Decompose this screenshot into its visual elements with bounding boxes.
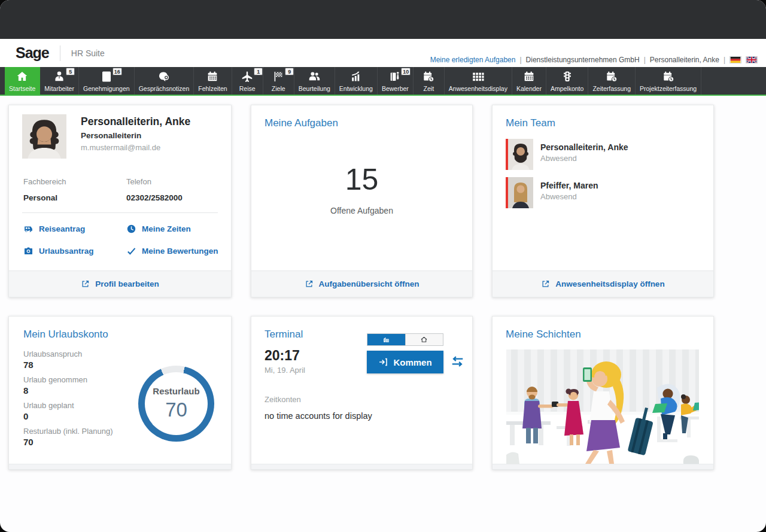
app-header: Sage HR Suite Meine erledigten Aufgaben …: [0, 39, 766, 67]
calendar-clock-icon: [422, 69, 435, 84]
nav-badge: 1: [254, 68, 263, 75]
nav-item-ziele[interactable]: 9 Ziele: [263, 67, 294, 95]
header-separator: |: [724, 56, 725, 64]
home-toggle-button[interactable]: [405, 334, 443, 345]
clock-in-label: Kommen: [393, 357, 431, 367]
header-separator: |: [519, 56, 521, 64]
calendar-icon: [206, 69, 219, 84]
field-value: 02302/2582000: [126, 193, 183, 202]
home-icon: [16, 69, 29, 84]
my-times-link[interactable]: Meine Zeiten: [126, 224, 191, 234]
vacation-stats: Urlaubsanspruch78 Urlaub genommen8 Urlau…: [23, 349, 113, 452]
nav-label: Genehmigungen: [83, 85, 130, 92]
nav-item-startseite[interactable]: Startseite: [5, 67, 40, 95]
brand-divider: [60, 45, 60, 61]
vacation-card: Mein Urlaubskonto Urlaubsanspruch78 Urla…: [8, 316, 232, 470]
calendar-icon: [522, 69, 536, 84]
card-bottom-strip: [493, 464, 713, 469]
team-member-row[interactable]: Personalleiterin, Anke Abwesend: [506, 139, 628, 170]
person-icon: 5: [53, 69, 66, 84]
nav-item-bewerber[interactable]: 10 Bewerber: [378, 67, 414, 95]
german-flag-icon[interactable]: [729, 56, 741, 63]
nav-item-kalender[interactable]: Kalender: [512, 67, 546, 95]
done-tasks-link[interactable]: Meine erledigten Aufgaben: [430, 56, 516, 64]
nav-item-mitarbeiter[interactable]: 5 Mitarbeiter: [40, 67, 79, 95]
nav-label: Gesprächsnotizen: [139, 85, 190, 92]
team-member-row[interactable]: Pfeiffer, Maren Abwesend: [506, 177, 598, 208]
swap-direction-icon[interactable]: [451, 356, 464, 369]
card-title: Terminal: [265, 329, 303, 341]
stat-label: Resturlaub (inkl. Planung): [23, 427, 113, 436]
speech-bubble-icon: [157, 69, 171, 84]
dashboard: Personalleiterin, Anke Personalleiterin …: [0, 96, 766, 470]
my-reviews-link[interactable]: Meine Bewertungen: [126, 246, 218, 256]
nav-item-entwicklung[interactable]: Entwicklung: [335, 67, 378, 95]
tasks-card: Meine Aufgaben 15 Offene Aufgaben Aufgab…: [251, 105, 473, 297]
check-icon: [126, 246, 136, 256]
edit-profile-button[interactable]: Profil bearbeiten: [9, 270, 231, 297]
open-presence-display-button[interactable]: Anwesenheitsdisplay öffnen: [493, 270, 713, 297]
nav-item-anwesenheitsdisplay[interactable]: Anwesenheitsdisplay: [445, 67, 512, 95]
nav-label: Ampelkonto: [551, 85, 583, 92]
clock-in-button[interactable]: Kommen: [367, 351, 443, 373]
stat-label: Urlaub genommen: [23, 375, 113, 384]
member-photo: [506, 139, 533, 170]
stat-label: Urlaub geplant: [23, 401, 113, 410]
nav-label: Zeiterfassung: [592, 85, 631, 92]
calendar-clock-icon: [605, 69, 618, 84]
open-task-overview-button[interactable]: Aufgabenübersicht öffnen: [251, 270, 472, 297]
time-accounts-label: Zeitkonten: [265, 395, 301, 404]
location-toggle: [367, 333, 443, 346]
link-label: Meine Bewertungen: [142, 247, 218, 256]
nav-item-fehlzeiten[interactable]: Fehlzeiten: [194, 67, 232, 95]
time-accounts-empty-message: no time accounts for display: [265, 411, 372, 421]
stat-value: 8: [23, 385, 113, 396]
current-user[interactable]: Personalleiterin, Anke: [650, 56, 719, 64]
donut-center-value: 70: [165, 399, 187, 421]
external-link-icon: [305, 279, 314, 288]
nav-item-zeiterfassung[interactable]: Zeiterfassung: [588, 67, 636, 95]
nav-label: Startseite: [9, 85, 35, 92]
nav-label: Reise: [239, 85, 256, 92]
card-bottom-strip: [251, 464, 472, 469]
uk-flag-icon[interactable]: [746, 56, 758, 63]
vacation-request-link[interactable]: Urlaubsantrag: [23, 246, 94, 256]
nav-label: Fehlzeiten: [198, 85, 227, 92]
nav-item-genehmigungen[interactable]: 16 Genehmigungen: [79, 67, 135, 95]
donut-center-label: Resturlaub: [153, 386, 199, 396]
nav-item-gespraechsnotizen[interactable]: Gesprächsnotizen: [135, 67, 194, 95]
browser-chrome-strip: [0, 0, 766, 39]
team-card: Mein Team Personalleiterin, Anke Abwesen…: [492, 105, 714, 297]
divider: [22, 212, 218, 213]
field-label: Fachbereich: [23, 177, 66, 186]
member-name: Personalleiterin, Anke: [540, 142, 628, 152]
stat-value: 70: [23, 437, 113, 447]
nav-item-reise[interactable]: 1 Reise: [232, 67, 263, 95]
profile-email: m.mustermail@mail.de: [81, 143, 160, 152]
header-separator: |: [644, 56, 646, 64]
card-title: Mein Urlaubskonto: [23, 329, 108, 341]
travel-request-link[interactable]: Reiseantrag: [23, 224, 85, 234]
sage-logo: Sage: [16, 44, 49, 62]
nav-item-projektzeiterfassung[interactable]: Projektzeiterfassung: [636, 67, 701, 95]
nav-item-beurteilung[interactable]: Beurteilung: [294, 67, 335, 95]
nav-item-ampelkonto[interactable]: Ampelkonto: [546, 67, 588, 95]
card-title: Meine Schichten: [506, 329, 581, 341]
member-status: Abwesend: [540, 192, 598, 201]
member-status: Abwesend: [540, 154, 628, 163]
office-toggle-button[interactable]: [367, 334, 405, 345]
nav-label: Zeit: [424, 85, 434, 92]
link-label: Meine Zeiten: [142, 224, 191, 233]
terminal-date: Mi, 19. April: [265, 366, 305, 375]
people-icon: [308, 69, 321, 84]
external-link-icon: [81, 279, 90, 288]
nav-item-zeit[interactable]: Zeit: [414, 67, 445, 95]
field-value: Personal: [23, 193, 57, 202]
link-label: Urlaubsantrag: [39, 247, 94, 256]
traffic-light-icon: [561, 69, 574, 84]
profile-photo: [22, 114, 66, 159]
nav-badge: 9: [285, 68, 294, 75]
stat-value: 78: [23, 360, 113, 370]
nav-label: Mitarbeiter: [44, 85, 74, 92]
stat-label: Urlaubsanspruch: [23, 349, 113, 358]
